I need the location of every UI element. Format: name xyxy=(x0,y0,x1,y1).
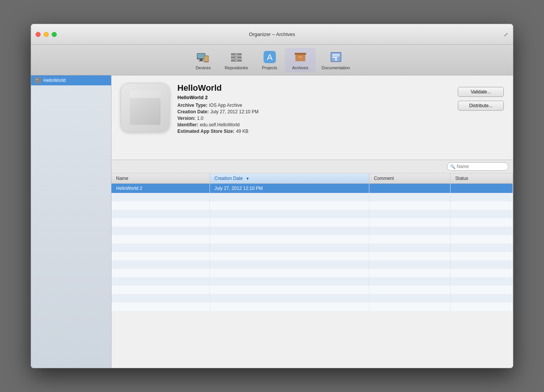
creation-date-row: Creation Date: July 27, 2012 12:10 PM xyxy=(177,109,450,114)
app-info: HelloWorld HelloWorld 2 Archive Type: iO… xyxy=(177,83,450,135)
repositories-icon xyxy=(229,50,243,64)
repositories-label: Repositories xyxy=(224,65,248,70)
projects-icon: A xyxy=(263,50,277,64)
svg-rect-27 xyxy=(332,56,340,56)
app-store-size-row: Estimated App Store Size: 49 KB xyxy=(177,129,450,134)
traffic-lights xyxy=(36,32,57,37)
identifier-value: edu.self.HelloWorld xyxy=(200,122,240,127)
search-icon: 🔍 xyxy=(450,164,456,169)
table-header: Name Creation Date ▼ Comment Status xyxy=(111,173,513,184)
app-store-size-value: 49 KB xyxy=(236,129,249,134)
app-store-size-label: Estimated App Store Size: xyxy=(177,129,234,134)
search-wrapper: 🔍 xyxy=(447,162,508,171)
maximize-button[interactable] xyxy=(52,32,57,37)
app-icon xyxy=(121,83,170,132)
archives-label: Archives xyxy=(292,65,308,70)
svg-rect-22 xyxy=(298,56,302,58)
svg-point-16 xyxy=(236,60,237,61)
search-bar: 🔍 xyxy=(111,160,513,173)
app-subname: HelloWorld 2 xyxy=(177,95,450,100)
sort-arrow-icon: ▼ xyxy=(246,176,249,181)
archives-table: Name Creation Date ▼ Comment Status xyxy=(111,173,513,311)
main-area: HelloWorld HelloWorld HelloWorld xyxy=(31,75,513,368)
minimize-button[interactable] xyxy=(44,32,49,37)
window-title: Organizer – Archives xyxy=(249,31,295,37)
table-row[interactable]: HelloWorld 2 July 27, 2012 12:10 PM xyxy=(111,184,513,193)
documentation-label: Documentation xyxy=(322,65,350,70)
validate-button[interactable]: Validate... xyxy=(458,87,504,97)
sidebar-item-label: HelloWorld xyxy=(43,78,66,83)
documentation-icon: A xyxy=(329,50,343,64)
svg-rect-26 xyxy=(332,54,340,55)
app-detail-panel: HelloWorld HelloWorld 2 Archive Type: iO… xyxy=(111,75,513,160)
svg-rect-23 xyxy=(295,53,306,55)
col-name[interactable]: Name xyxy=(111,173,210,184)
data-table: Name Creation Date ▼ Comment Status xyxy=(111,173,513,368)
creation-date-label: Creation Date: xyxy=(177,109,209,114)
table-row xyxy=(111,269,513,277)
table-body: HelloWorld 2 July 27, 2012 12:10 PM xyxy=(111,184,513,311)
row-name: HelloWorld 2 xyxy=(111,184,210,193)
table-row xyxy=(111,193,513,201)
version-row: Version: 1.0 xyxy=(177,116,450,121)
toolbar-item-projects[interactable]: A Projects xyxy=(254,48,285,72)
table-row xyxy=(111,302,513,311)
action-buttons: Validate... Distribute... xyxy=(458,83,504,111)
svg-rect-31 xyxy=(36,79,38,80)
toolbar-item-devices[interactable]: Devices xyxy=(188,48,218,72)
table-row xyxy=(111,201,513,210)
organizer-window: Organizer – Archives ⤢ Devices xyxy=(31,24,513,368)
app-name: HelloWorld xyxy=(177,83,450,93)
table-row xyxy=(111,277,513,286)
devices-label: Devices xyxy=(196,65,211,70)
table-area: 🔍 Name Creation Date ▼ xyxy=(111,160,513,368)
table-row xyxy=(111,260,513,269)
toolbar-item-documentation[interactable]: A Documentation xyxy=(316,48,356,72)
table-row xyxy=(111,294,513,302)
table-row xyxy=(111,243,513,252)
svg-rect-2 xyxy=(200,59,202,60)
col-status[interactable]: Status xyxy=(451,173,513,184)
sidebar-item-helloworld[interactable]: HelloWorld xyxy=(31,75,111,85)
search-input[interactable] xyxy=(447,162,508,171)
col-comment[interactable]: Comment xyxy=(369,173,451,184)
identifier-row: Identifier: edu.self.HelloWorld xyxy=(177,122,450,127)
svg-text:A: A xyxy=(334,57,337,62)
sidebar: HelloWorld xyxy=(31,75,111,368)
identifier-label: Identifier: xyxy=(177,122,198,127)
svg-point-14 xyxy=(236,54,237,55)
version-label: Version: xyxy=(177,116,195,121)
col-creation-date[interactable]: Creation Date ▼ xyxy=(210,173,369,184)
table-row xyxy=(111,227,513,235)
archive-type-row: Archive Type: iOS App Archive xyxy=(177,103,450,108)
archive-type-label: Archive Type: xyxy=(177,103,207,108)
table-row xyxy=(111,210,513,218)
svg-rect-21 xyxy=(295,55,305,61)
svg-point-6 xyxy=(206,61,207,62)
archives-icon xyxy=(293,50,307,64)
app-icon-area xyxy=(121,83,170,132)
expand-icon[interactable]: ⤢ xyxy=(504,31,508,38)
archive-type-value: iOS App Archive xyxy=(209,103,242,108)
table-row xyxy=(111,235,513,243)
row-creation-date: July 27, 2012 12:10 PM xyxy=(210,184,369,193)
svg-rect-3 xyxy=(199,60,203,61)
toolbar-item-repositories[interactable]: Repositories xyxy=(218,48,254,72)
projects-label: Projects xyxy=(262,65,277,70)
distribute-button[interactable]: Distribute... xyxy=(458,101,504,111)
row-comment xyxy=(369,184,451,193)
table-row xyxy=(111,286,513,294)
svg-rect-5 xyxy=(204,56,208,61)
toolbar-item-archives[interactable]: Archives xyxy=(285,48,316,72)
table-row xyxy=(111,218,513,227)
row-status xyxy=(451,184,513,193)
svg-point-15 xyxy=(236,57,237,58)
folder-icon xyxy=(35,77,41,83)
svg-text:A: A xyxy=(267,52,272,62)
app-icon-inner xyxy=(130,90,161,125)
close-button[interactable] xyxy=(36,32,41,37)
creation-date-value: July 27, 2012 12:10 PM xyxy=(210,109,259,114)
devices-icon xyxy=(196,50,210,64)
content-area: HelloWorld HelloWorld 2 Archive Type: iO… xyxy=(111,75,513,368)
table-row xyxy=(111,252,513,260)
